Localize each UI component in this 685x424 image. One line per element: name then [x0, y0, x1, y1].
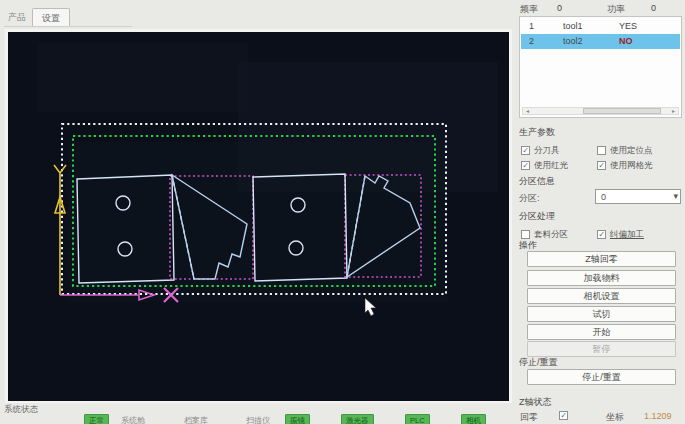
home-label: 回零 [520, 411, 538, 424]
checkbox-use-grid-light[interactable]: ✓使用网格光 [597, 156, 653, 167]
tool-table: 1 tool1 YES 2 tool2 NO ◂ ▸ [519, 16, 682, 118]
tab-product[interactable]: 产品 [8, 11, 26, 24]
status-badge-ready: 正常 [84, 414, 109, 424]
cad-drawing [8, 32, 509, 401]
cad-canvas[interactable] [8, 32, 509, 401]
chevron-down-icon[interactable]: ▾ [673, 191, 678, 201]
z-axis-status-title: Z轴状态 [519, 396, 552, 409]
checkbox-box[interactable]: ✓ [597, 161, 606, 170]
tool-name: tool1 [563, 21, 583, 31]
test-cut-button[interactable]: 试切 [527, 306, 676, 322]
checkbox-label: 套料分区 [534, 229, 568, 239]
status-label-archive: 档案库 [184, 415, 208, 424]
checkbox-use-locating-point[interactable]: 使用定位点 [597, 141, 653, 152]
row-index: 2 [529, 36, 534, 46]
laser-cutting-app-window: 产品 设置 [0, 0, 685, 424]
checkbox-box[interactable]: ✓ [521, 146, 530, 155]
checkbox-nesting-partition[interactable]: 套料分区 [521, 225, 568, 236]
tool-enabled: NO [619, 36, 633, 46]
power-value: 0 [651, 3, 656, 13]
partition-select[interactable]: 0 ▾ [595, 189, 681, 204]
scrollbar-thumb[interactable] [583, 108, 661, 114]
frequency-value: 0 [557, 3, 562, 13]
checkbox-box[interactable] [597, 146, 606, 155]
production-params-title: 生产参数 [519, 126, 555, 139]
checkbox-deviation-correction[interactable]: ✓纠偏加工 [597, 225, 644, 236]
checkbox-box[interactable]: ✓ [521, 161, 530, 170]
load-material-button[interactable]: 加载物料 [527, 270, 676, 286]
table-horizontal-scrollbar[interactable]: ◂ ▸ [522, 107, 679, 115]
home-checkbox[interactable]: ✓ [559, 411, 568, 420]
system-status-title: 系统状态 [4, 404, 38, 416]
y-axis [54, 165, 66, 295]
checkbox-box[interactable]: ✓ [597, 230, 606, 239]
canvas-shade [38, 42, 248, 112]
canvas-shade [68, 142, 448, 302]
tool-name: tool2 [563, 36, 583, 46]
stop-reset-label: 停止/重置 [519, 356, 558, 369]
checkbox-label: 分刀具 [534, 145, 560, 155]
partition-info-title: 分区信息 [519, 175, 555, 188]
y-axis-label-glyph [54, 165, 66, 182]
checkbox-use-red-light[interactable]: ✓使用红光 [521, 156, 568, 167]
z-home-button[interactable]: Z轴回零 [527, 251, 676, 267]
checkbox-label: 使用定位点 [610, 145, 653, 155]
coordinate-value: 1.1209 [644, 411, 672, 421]
frequency-label: 频率 [520, 3, 538, 16]
checkbox-box[interactable] [521, 230, 530, 239]
status-label-cabin: 系统舱 [121, 415, 145, 424]
status-badge-plc: PLC [405, 414, 430, 424]
scroll-right-icon[interactable]: ▸ [669, 108, 678, 114]
table-row-tool1[interactable]: 1 tool1 YES [521, 19, 680, 34]
start-button[interactable]: 开始 [527, 324, 676, 340]
status-badge-camera: 相机 [461, 414, 486, 424]
tab-strip: 产品 设置 [4, 8, 132, 27]
partition-processing-title: 分区处理 [519, 210, 555, 223]
coordinate-label: 坐标 [606, 411, 624, 424]
partition-select-value: 0 [601, 192, 606, 202]
status-badge-galvo: 振镜 [285, 414, 310, 424]
status-label-scanner: 扫描仪 [246, 415, 270, 424]
tab-settings[interactable]: 设置 [32, 8, 70, 26]
checkbox-label: 使用网格光 [610, 160, 653, 170]
pause-button[interactable]: 暂停 [527, 341, 676, 357]
canvas-frame [5, 29, 512, 403]
row-index: 1 [529, 21, 534, 31]
status-badge-laser: 激光器 [341, 414, 374, 424]
power-label: 功率 [607, 3, 625, 16]
checkbox-label: 纠偏加工 [610, 229, 644, 239]
table-row-tool2[interactable]: 2 tool2 NO [521, 34, 680, 49]
tool-enabled: YES [619, 21, 637, 31]
checkbox-label: 使用红光 [534, 160, 568, 170]
partition-field-label: 分区: [519, 192, 540, 205]
checkbox-split-tool[interactable]: ✓分刀具 [521, 141, 560, 152]
camera-settings-button[interactable]: 相机设置 [527, 288, 676, 304]
stop-reset-button[interactable]: 停止/重置 [527, 369, 676, 385]
scroll-left-icon[interactable]: ◂ [523, 108, 532, 114]
